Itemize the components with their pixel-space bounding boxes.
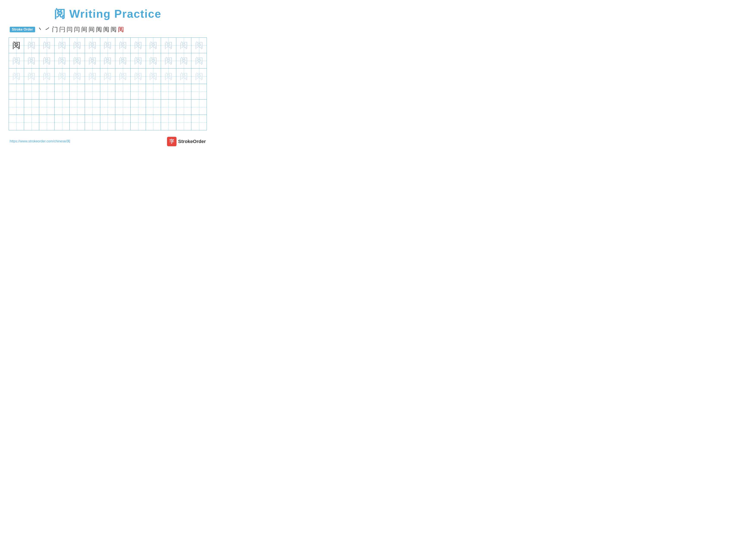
cell-4-13[interactable]	[191, 84, 207, 99]
cell-3-13[interactable]: 阅	[191, 68, 207, 84]
cell-6-12[interactable]	[176, 115, 192, 130]
char-light1: 阅	[195, 41, 203, 49]
cell-6-10[interactable]	[146, 115, 161, 130]
cell-5-4[interactable]	[55, 99, 70, 115]
cell-3-9[interactable]: 阅	[131, 68, 146, 84]
cell-1-3[interactable]: 阅	[39, 38, 55, 53]
cell-6-2[interactable]	[24, 115, 40, 130]
cell-5-11[interactable]	[161, 99, 176, 115]
cell-5-1[interactable]	[9, 99, 24, 115]
cell-2-13[interactable]: 阅	[191, 53, 207, 68]
cell-4-4[interactable]	[55, 84, 70, 99]
cell-5-2[interactable]	[24, 99, 40, 115]
stroke-4: 闩	[59, 25, 65, 34]
cell-3-3[interactable]: 阅	[39, 68, 55, 84]
cell-3-5[interactable]: 阅	[69, 68, 85, 84]
cell-6-7[interactable]	[100, 115, 116, 130]
cell-5-3[interactable]	[39, 99, 55, 115]
cell-6-9[interactable]	[131, 115, 146, 130]
char-light2: 阅	[195, 72, 203, 80]
cell-6-4[interactable]	[55, 115, 70, 130]
cell-3-2[interactable]: 阅	[24, 68, 40, 84]
cell-1-7[interactable]: 阅	[100, 38, 116, 53]
char-light1: 阅	[134, 57, 142, 65]
cell-1-2[interactable]: 阅	[24, 38, 40, 53]
cell-6-6[interactable]	[85, 115, 100, 130]
stroke-1: 丶	[37, 25, 43, 34]
cell-6-11[interactable]	[161, 115, 176, 130]
cell-3-7[interactable]: 阅	[100, 68, 116, 84]
cell-6-3[interactable]	[39, 115, 55, 130]
cell-1-6[interactable]: 阅	[85, 38, 100, 53]
cell-3-12[interactable]: 阅	[176, 68, 192, 84]
cell-4-2[interactable]	[24, 84, 40, 99]
cell-6-8[interactable]	[115, 115, 131, 130]
cell-1-5[interactable]: 阅	[69, 38, 85, 53]
grid-row-5	[9, 99, 207, 115]
cell-5-6[interactable]	[85, 99, 100, 115]
cell-4-9[interactable]	[131, 84, 146, 99]
cell-4-8[interactable]	[115, 84, 131, 99]
cell-6-5[interactable]	[69, 115, 85, 130]
cell-2-8[interactable]: 阅	[115, 53, 131, 68]
cell-4-10[interactable]	[146, 84, 161, 99]
char-light1: 阅	[73, 57, 81, 65]
cell-3-8[interactable]: 阅	[115, 68, 131, 84]
cell-2-4[interactable]: 阅	[55, 53, 70, 68]
cell-1-9[interactable]: 阅	[131, 38, 146, 53]
cell-5-8[interactable]	[115, 99, 131, 115]
cell-1-1[interactable]: 阅	[9, 38, 24, 53]
cell-2-5[interactable]: 阅	[69, 53, 85, 68]
stroke-10: 阅	[103, 25, 109, 34]
char-light1: 阅	[58, 41, 66, 49]
cell-2-10[interactable]: 阅	[146, 53, 161, 68]
cell-1-4[interactable]: 阅	[55, 38, 70, 53]
grid-row-2: 阅 阅 阅 阅 阅 阅 阅 阅 阅 阅 阅 阅 阅	[9, 53, 207, 69]
char-light2: 阅	[43, 72, 51, 80]
cell-2-2[interactable]: 阅	[24, 53, 40, 68]
stroke-order-badge: Stroke Order	[10, 27, 35, 32]
cell-4-6[interactable]	[85, 84, 100, 99]
cell-5-5[interactable]	[69, 99, 85, 115]
cell-5-12[interactable]	[176, 99, 192, 115]
footer-url: https://www.strokeorder.com/chinese/阅	[10, 139, 70, 144]
cell-4-7[interactable]	[100, 84, 116, 99]
cell-2-9[interactable]: 阅	[131, 53, 146, 68]
cell-4-3[interactable]	[39, 84, 55, 99]
stroke-5: 闫	[67, 25, 73, 34]
cell-3-10[interactable]: 阅	[146, 68, 161, 84]
char-light1: 阅	[73, 41, 81, 49]
cell-1-10[interactable]: 阅	[146, 38, 161, 53]
footer: https://www.strokeorder.com/chinese/阅 字 …	[9, 137, 207, 146]
stroke-2: ㇒	[44, 25, 51, 34]
char-light1: 阅	[119, 41, 127, 49]
char-light2: 阅	[134, 72, 142, 80]
cell-5-10[interactable]	[146, 99, 161, 115]
grid-row-3: 阅 阅 阅 阅 阅 阅 阅 阅 阅 阅 阅 阅 阅	[9, 68, 207, 84]
cell-5-9[interactable]	[131, 99, 146, 115]
char-light1: 阅	[119, 57, 127, 65]
cell-2-3[interactable]: 阅	[39, 53, 55, 68]
cell-3-1[interactable]: 阅	[9, 68, 24, 84]
cell-2-12[interactable]: 阅	[176, 53, 192, 68]
char-light1: 阅	[134, 41, 142, 49]
cell-3-11[interactable]: 阅	[161, 68, 176, 84]
cell-2-11[interactable]: 阅	[161, 53, 176, 68]
cell-5-13[interactable]	[191, 99, 207, 115]
cell-2-1[interactable]: 阅	[9, 53, 24, 68]
cell-3-4[interactable]: 阅	[55, 68, 70, 84]
cell-6-1[interactable]	[9, 115, 24, 130]
cell-6-13[interactable]	[191, 115, 207, 130]
cell-1-12[interactable]: 阅	[176, 38, 192, 53]
cell-1-11[interactable]: 阅	[161, 38, 176, 53]
cell-4-12[interactable]	[176, 84, 192, 99]
cell-1-8[interactable]: 阅	[115, 38, 131, 53]
cell-1-13[interactable]: 阅	[191, 38, 207, 53]
cell-3-6[interactable]: 阅	[85, 68, 100, 84]
cell-2-7[interactable]: 阅	[100, 53, 116, 68]
cell-4-11[interactable]	[161, 84, 176, 99]
cell-2-6[interactable]: 阅	[85, 53, 100, 68]
cell-4-1[interactable]	[9, 84, 24, 99]
cell-4-5[interactable]	[69, 84, 85, 99]
cell-5-7[interactable]	[100, 99, 116, 115]
